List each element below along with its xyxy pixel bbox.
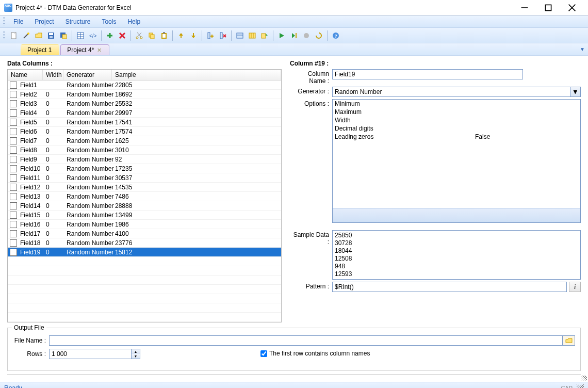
row-checkbox[interactable] (10, 202, 17, 209)
table-row[interactable]: Field17 0 Random Number 4100 (8, 229, 281, 238)
save-icon[interactable] (45, 30, 57, 41)
column-remove-icon[interactable] (217, 30, 228, 41)
table-row[interactable]: Field3 0 Random Number 25532 (8, 99, 281, 108)
grid-icon[interactable] (75, 30, 86, 41)
table-row[interactable]: Field6 0 Random Number 17574 (8, 127, 281, 136)
filename-input[interactable] (49, 335, 563, 346)
table-row[interactable]: Field13 0 Random Number 7486 (8, 192, 281, 201)
menu-project[interactable]: Project (29, 17, 59, 26)
row-checkbox[interactable] (10, 165, 17, 172)
row-checkbox[interactable] (10, 184, 17, 191)
paste-icon[interactable] (158, 30, 170, 41)
row-checkbox[interactable] (10, 128, 17, 135)
row-checkbox[interactable] (10, 212, 17, 219)
row-checkbox[interactable] (10, 100, 17, 107)
menu-file[interactable]: File (8, 17, 28, 26)
table-row[interactable]: Field2 0 Random Number 18692 (8, 90, 281, 99)
close-button[interactable] (560, 0, 584, 15)
step-icon[interactable] (288, 30, 300, 41)
code-icon[interactable]: </> (87, 30, 99, 41)
row-checkbox[interactable] (10, 174, 17, 182)
delete-icon[interactable] (117, 30, 128, 41)
row-checkbox[interactable] (10, 193, 17, 200)
row-checkbox[interactable] (10, 156, 17, 163)
menu-tools[interactable]: Tools (96, 17, 121, 26)
table-row[interactable]: Field9 0 Random Number 92 (8, 155, 281, 164)
table-row[interactable]: Field14 0 Random Number 28888 (8, 201, 281, 211)
rows-spin-down-icon[interactable]: ▼ (132, 354, 140, 359)
menu-structure[interactable]: Structure (60, 17, 96, 26)
tab-project-1[interactable]: Project 1 (21, 44, 59, 55)
row-checkbox[interactable] (10, 109, 17, 117)
resize-grip-icon[interactable] (0, 375, 588, 382)
table-row[interactable]: Field10 0 Random Number 17235 (8, 164, 281, 173)
row-checkbox[interactable] (10, 221, 17, 228)
move-up-icon[interactable] (175, 30, 187, 41)
table-row[interactable]: Field15 0 Random Number 13499 (8, 211, 281, 220)
move-down-icon[interactable] (188, 30, 199, 41)
table-row[interactable]: Field18 0 Random Number 23776 (8, 238, 281, 248)
row-checkbox[interactable] (10, 91, 17, 98)
run-icon[interactable] (276, 30, 287, 41)
grid-header-generator[interactable]: Generator (63, 70, 112, 80)
minimize-button[interactable] (513, 0, 536, 15)
cut-icon[interactable] (134, 30, 145, 41)
statusbar-grip-icon[interactable] (577, 384, 584, 389)
option-row[interactable]: Leading zerosFalse (333, 133, 580, 141)
table-row[interactable]: Field19 0 Random Number 15812 (8, 248, 281, 257)
pattern-input[interactable] (332, 282, 567, 292)
table-row[interactable]: Field4 0 Random Number 29997 (8, 108, 281, 118)
options-grid[interactable]: MinimumMaximumWidthDecimal digitsLeading… (332, 99, 581, 223)
generator-combo[interactable] (332, 87, 570, 97)
open-icon[interactable] (33, 30, 44, 41)
column-add-icon[interactable] (205, 30, 216, 41)
table-row[interactable]: Field12 0 Random Number 14535 (8, 183, 281, 192)
toolbar-gripper[interactable] (3, 31, 5, 40)
rows-input[interactable] (49, 349, 132, 359)
first-row-label[interactable]: The first row contains column names (269, 350, 370, 357)
export-icon[interactable] (259, 30, 270, 41)
row-checkbox[interactable] (10, 230, 17, 237)
props-icon[interactable] (234, 30, 246, 41)
option-row[interactable]: Width (333, 116, 580, 124)
browse-file-icon[interactable] (563, 335, 575, 346)
option-row[interactable]: Decimal digits (333, 124, 580, 133)
stop-icon[interactable] (301, 30, 312, 41)
menubar-gripper[interactable] (3, 17, 5, 26)
columns-icon[interactable] (247, 30, 258, 41)
table-row[interactable]: Field16 0 Random Number 1986 (8, 220, 281, 229)
refresh-icon[interactable] (313, 30, 324, 41)
table-row[interactable]: Field5 0 Random Number 17541 (8, 118, 281, 127)
grid-header-name[interactable]: Name (8, 70, 43, 80)
pattern-info-button[interactable]: i (569, 282, 581, 292)
row-checkbox[interactable] (10, 239, 17, 247)
option-row[interactable]: Minimum (333, 100, 580, 108)
row-checkbox[interactable] (10, 82, 17, 89)
table-row[interactable]: Field7 0 Random Number 1625 (8, 136, 281, 146)
rows-spin-up-icon[interactable]: ▲ (132, 349, 140, 354)
tab-close-icon[interactable]: ✕ (97, 47, 102, 54)
grid-header-sample[interactable]: Sample (112, 70, 281, 80)
column-name-input[interactable] (332, 69, 523, 79)
table-row[interactable]: Field1 Random Number 22805 (8, 80, 281, 90)
wizard-icon[interactable] (21, 30, 32, 41)
add-icon[interactable] (104, 30, 116, 41)
save-as-icon[interactable] (58, 30, 69, 41)
row-checkbox[interactable] (10, 137, 17, 144)
grid-header-width[interactable]: Width (43, 70, 63, 80)
generator-dropdown-icon[interactable]: ⯆ (570, 87, 581, 97)
table-row[interactable]: Field11 0 Random Number 30537 (8, 173, 281, 183)
menu-help[interactable]: Help (122, 17, 145, 26)
row-checkbox[interactable] (10, 249, 17, 256)
row-checkbox[interactable] (10, 119, 17, 126)
row-checkbox[interactable] (10, 147, 17, 154)
copy-icon[interactable] (146, 30, 157, 41)
new-icon[interactable] (8, 30, 20, 41)
tab-project-4[interactable]: Project 4* ✕ (60, 44, 109, 55)
option-row[interactable]: Maximum (333, 108, 580, 116)
first-row-checkbox[interactable] (260, 350, 267, 357)
maximize-button[interactable] (536, 0, 560, 15)
tabstrip-dropdown-icon[interactable]: ▼ (580, 46, 585, 52)
help-icon[interactable]: ? (330, 30, 341, 41)
table-row[interactable]: Field8 0 Random Number 3010 (8, 146, 281, 155)
